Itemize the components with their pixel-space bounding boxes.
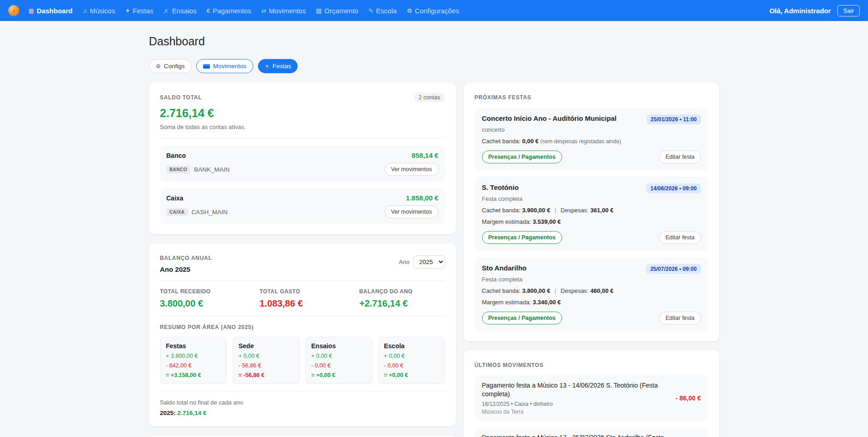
nav-item-pagamentos[interactable]: € Pagamentos <box>207 7 251 15</box>
account-code: BANK_MAIN <box>194 166 230 173</box>
stat-value: +2.716,14 € <box>359 298 445 309</box>
saldo-heading: SALDO TOTAL <box>160 94 202 101</box>
movimento-amount: - 86,00 € <box>675 394 701 402</box>
area-box-ensaios: Ensaios + 0,00 € - 0,00 € = +0,00 € <box>305 337 372 384</box>
festa-title: Sto Andarilho <box>482 264 527 272</box>
nav-item-orcamento[interactable]: ▤ Orçamento <box>316 7 359 15</box>
gear-icon: ⚙ <box>156 63 161 70</box>
edit-festa-button[interactable]: Editar festa <box>659 151 701 163</box>
account-type-badge: BANCO <box>166 166 191 173</box>
proximas-heading: PRÓXIMAS FESTAS <box>475 94 531 101</box>
cachet-label: Cachet banda: <box>482 138 521 145</box>
pill-label: Festas <box>273 63 291 70</box>
cachet-value: 0,00 € <box>522 138 539 145</box>
area-expense: - 642,00 € <box>166 362 221 369</box>
nav-item-ensaios[interactable]: ♬ Ensaios <box>163 7 196 15</box>
nav-item-movimentos[interactable]: ⇄ Movimentos <box>261 7 306 15</box>
right-column: PRÓXIMAS FESTAS Concerto Início Ano - Au… <box>464 83 719 437</box>
despesas-label: Despesas: <box>561 287 589 294</box>
attendance-payments-button[interactable]: Presenças / Pagamentos <box>482 151 562 163</box>
festa-date-badge: 25/01/2026 • 11:00 <box>647 114 701 124</box>
festa-title: S. Teotónio <box>482 183 519 191</box>
festa-item: Concerto Início Ano - Auditório Municipa… <box>475 108 708 170</box>
account-amount: 1.858,00 € <box>385 194 439 202</box>
dashboard-icon: ▦ <box>28 7 34 14</box>
stat-total-gasto: TOTAL GASTO 1.083,86 € <box>260 288 359 309</box>
movimento-meta: 16/12/2025 • Caixa • dinheiro <box>482 401 670 407</box>
cachet-label: Cachet banda: <box>482 207 521 214</box>
year-end-value: 2.716,14 € <box>177 410 207 416</box>
nav-label: Músicos <box>90 7 115 15</box>
margem-label: Margem estimada: <box>482 299 531 306</box>
separator: | <box>555 287 556 294</box>
nav-label: Dashboard <box>37 7 72 15</box>
attendance-payments-button[interactable]: Presenças / Pagamentos <box>482 231 562 244</box>
margem-label: Margem estimada: <box>482 218 531 225</box>
pill-label: Movimentos <box>213 63 246 70</box>
party-icon: ✦ <box>265 63 269 70</box>
area-net: = +0,00 € <box>311 372 366 378</box>
stat-value: 3.800,00 € <box>160 298 260 309</box>
festa-type: Festa completa <box>482 276 701 283</box>
cachet-value: 3.800,00 € <box>522 287 550 294</box>
area-name: Festas <box>166 342 221 350</box>
area-box-festas: Festas + 3.800,00 € - 642,00 € = +3.158,… <box>160 337 227 384</box>
area-name: Ensaios <box>311 342 366 350</box>
movimento-title: Pagamento festa a Músico 13 - 14/06/2026… <box>482 381 670 399</box>
app-logo-icon: ♪ <box>8 5 19 16</box>
pill-festas[interactable]: ✦ Festas <box>258 59 298 73</box>
nav-item-dashboard[interactable]: ▦ Dashboard <box>28 7 73 15</box>
account-row-banco: Banco 858,14 € BANCO BANK_MAIN Ver movim… <box>160 146 445 182</box>
account-amount: 858,14 € <box>385 151 439 159</box>
area-income: + 3.800,00 € <box>166 353 221 359</box>
area-box-sede: Sede + 0,00 € - 56,86 € = -56,86 € <box>233 337 300 384</box>
view-movements-button[interactable]: Ver movimentos <box>385 163 439 176</box>
nav-item-festas[interactable]: ✦ Festas <box>125 7 153 15</box>
separator: | <box>555 207 556 214</box>
top-nav: ♪ ▦ Dashboard ♫ Músicos ✦ Festas ♬ Ensai… <box>0 0 868 21</box>
stat-label: TOTAL RECEBIDO <box>160 288 260 295</box>
area-name: Escola <box>384 342 439 350</box>
nav-item-escola[interactable]: ✎ Escola <box>368 7 396 15</box>
movimento-title: Pagamento festa a Músico 17 - 25/07/2026… <box>482 433 670 437</box>
cachet-label: Cachet banda: <box>482 287 521 294</box>
year-end-balance-label: Saldo total no final de cada ano <box>160 399 445 406</box>
main-content: Dashboard ⚙ Configs Movimentos ✦ Festas … <box>149 21 719 437</box>
payments-icon: € <box>207 7 210 14</box>
year-end-year: 2025: <box>160 410 176 416</box>
annual-stats: TOTAL RECEBIDO 3.800,00 € TOTAL GASTO 1.… <box>160 288 445 309</box>
rehearsal-icon: ♬ <box>163 7 169 14</box>
account-name: Caixa <box>166 194 385 202</box>
stat-total-recebido: TOTAL RECEBIDO 3.800,00 € <box>160 288 260 309</box>
logout-button[interactable]: Sair <box>837 5 860 16</box>
year-label: Ano <box>399 259 409 265</box>
account-code: CASH_MAIN <box>192 209 228 216</box>
nav-label: Configurações <box>415 7 459 15</box>
balanco-subheading: Ano 2025 <box>160 265 212 273</box>
cachet-value: 3.900,00 € <box>522 207 550 214</box>
page-title: Dashboard <box>149 35 719 48</box>
pill-movimentos[interactable]: Movimentos <box>196 59 253 73</box>
festa-date-badge: 25/07/2026 • 09:00 <box>646 264 701 274</box>
nav-item-musicos[interactable]: ♫ Músicos <box>83 7 115 15</box>
school-icon: ✎ <box>368 7 373 14</box>
stat-balanco-ano: BALANÇO DO ANO +2.716,14 € <box>359 288 445 309</box>
divider <box>160 138 445 138</box>
festa-margem-line: Margem estimada: 3.539,00 € <box>482 218 701 225</box>
pill-configs[interactable]: ⚙ Configs <box>149 59 192 73</box>
view-movements-button[interactable]: Ver movimentos <box>385 205 439 218</box>
edit-festa-button[interactable]: Editar festa <box>659 231 701 244</box>
festa-cachet-line: Cachet banda: 3.800,00 € | Despesas: 460… <box>482 287 701 294</box>
quick-filter-pills: ⚙ Configs Movimentos ✦ Festas <box>149 59 719 73</box>
account-name: Banco <box>166 152 385 159</box>
nav-item-configuracoes[interactable]: ⚙ Configurações <box>407 7 459 15</box>
left-column: SALDO TOTAL 2 contas 2.716,14 € Soma de … <box>149 83 456 437</box>
area-income: + 0,00 € <box>384 353 439 359</box>
divider <box>160 316 445 317</box>
edit-festa-button[interactable]: Editar festa <box>659 312 701 324</box>
year-end-balance-line: 2025: 2.716,14 € <box>160 410 445 416</box>
attendance-payments-button[interactable]: Presenças / Pagamentos <box>482 312 562 324</box>
year-select[interactable]: 2025 <box>413 255 445 269</box>
festa-margem-line: Margem estimada: 3.340,00 € <box>482 299 701 306</box>
movimentos-heading: ÚLTIMOS MOVIMENTOS <box>475 362 544 368</box>
